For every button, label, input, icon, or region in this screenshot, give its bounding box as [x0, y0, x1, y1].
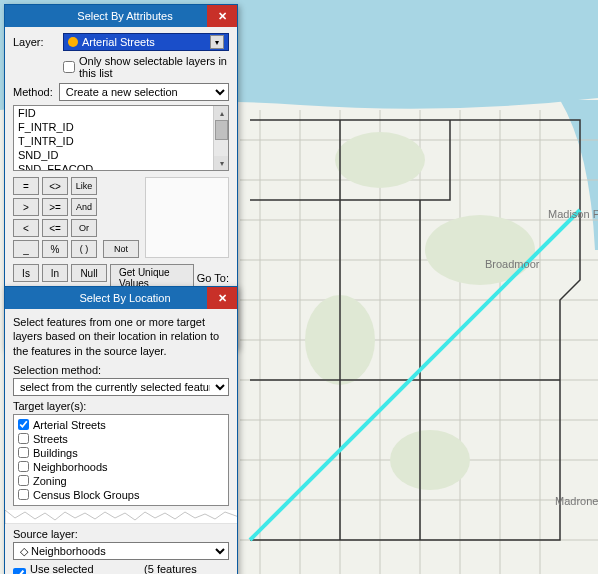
source-layer-dropdown[interactable]: ◇ Neighborhoods	[13, 542, 229, 560]
selected-count: (5 features selected)	[144, 563, 229, 574]
op-gt[interactable]: >	[13, 198, 39, 216]
field-item[interactable]: SND_FEACOD	[14, 162, 228, 171]
layer-checkbox-item[interactable]: Buildings	[18, 446, 224, 460]
op-eq[interactable]: =	[13, 177, 39, 195]
op-is[interactable]: Is	[13, 264, 39, 282]
close-button[interactable]: ✕	[207, 5, 237, 27]
method-dropdown[interactable]: Create a new selection	[59, 83, 229, 101]
method-label: Method:	[13, 86, 53, 98]
svg-point-1	[335, 132, 425, 188]
only-selectable-checkbox[interactable]: Only show selectable layers in this list	[63, 55, 229, 79]
scroll-down-icon[interactable]: ▾	[214, 156, 229, 170]
map-label-madrone: Madrone	[555, 495, 598, 507]
goto-label: Go To:	[197, 272, 229, 284]
op-like[interactable]: Like	[71, 177, 97, 195]
scroll-thumb[interactable]	[215, 120, 228, 140]
layer-dropdown[interactable]: Arterial Streets ▾	[63, 33, 229, 51]
use-selected-label: Use selected features	[30, 563, 120, 574]
op-ge[interactable]: >=	[42, 198, 68, 216]
close-button[interactable]: ✕	[207, 287, 237, 309]
layer-checkbox-item[interactable]: Streets	[18, 432, 224, 446]
field-item[interactable]: T_INTR_ID	[14, 134, 228, 148]
field-item[interactable]: FID	[14, 106, 228, 120]
scrollbar[interactable]: ▴ ▾	[213, 106, 228, 170]
dialog-title: Select By Location	[13, 292, 237, 304]
layer-checkbox-item[interactable]: Neighborhoods	[18, 460, 224, 474]
operator-grid: = <> Like > >= And < <= Or _ % ( )	[13, 177, 97, 258]
op-percent[interactable]: %	[42, 240, 68, 258]
op-or[interactable]: Or	[71, 219, 97, 237]
select-by-location-dialog: Select By Location ✕ Select features fro…	[4, 286, 238, 574]
layer-checkbox-item[interactable]: Census Block Groups	[18, 488, 224, 502]
field-item[interactable]: SND_ID	[14, 148, 228, 162]
dialog-title: Select By Attributes	[13, 10, 237, 22]
target-layer-list[interactable]: Arterial Streets Streets Buildings Neigh…	[13, 414, 229, 506]
only-selectable-label: Only show selectable layers in this list	[79, 55, 229, 79]
intro-text: Select features from one or more target …	[13, 315, 229, 358]
op-null[interactable]: Null	[71, 264, 107, 282]
layer-checkbox-item[interactable]: Arterial Streets	[18, 418, 224, 432]
layer-value: Arterial Streets	[82, 36, 155, 48]
source-layer-label: Source layer:	[13, 528, 229, 540]
scroll-up-icon[interactable]: ▴	[214, 106, 229, 120]
close-icon: ✕	[218, 292, 227, 305]
op-underscore[interactable]: _	[13, 240, 39, 258]
svg-point-4	[390, 430, 470, 490]
op-le[interactable]: <=	[42, 219, 68, 237]
unique-values-list[interactable]	[145, 177, 229, 258]
target-layers-label: Target layer(s):	[13, 400, 229, 412]
map-label-broadmoor: Broadmoor	[485, 258, 540, 270]
dialog-titlebar[interactable]: Select By Location ✕	[5, 287, 237, 309]
torn-edge	[5, 510, 237, 524]
field-list[interactable]: FID F_INTR_ID T_INTR_ID SND_ID SND_FEACO…	[13, 105, 229, 171]
use-selected-checkbox[interactable]: Use selected features (5 features select…	[13, 563, 229, 574]
op-lt[interactable]: <	[13, 219, 39, 237]
map-label-madison-park: Madison Park	[548, 208, 598, 220]
op-ne[interactable]: <>	[42, 177, 68, 195]
svg-point-2	[425, 215, 535, 285]
op-paren[interactable]: ( )	[71, 240, 97, 258]
selection-method-dropdown[interactable]: select from the currently selected featu…	[13, 378, 229, 396]
field-item[interactable]: F_INTR_ID	[14, 120, 228, 134]
layer-checkbox-item[interactable]: Zoning	[18, 474, 224, 488]
selection-method-label: Selection method:	[13, 364, 229, 376]
only-selectable-input[interactable]	[63, 61, 75, 73]
layer-label: Layer:	[13, 36, 57, 48]
close-icon: ✕	[218, 10, 227, 23]
op-and[interactable]: And	[71, 198, 97, 216]
op-in[interactable]: In	[42, 264, 68, 282]
op-not[interactable]: Not	[103, 240, 139, 258]
dialog-titlebar[interactable]: Select By Attributes ✕	[5, 5, 237, 27]
layer-icon	[68, 37, 78, 47]
chevron-down-icon: ▾	[210, 35, 224, 49]
